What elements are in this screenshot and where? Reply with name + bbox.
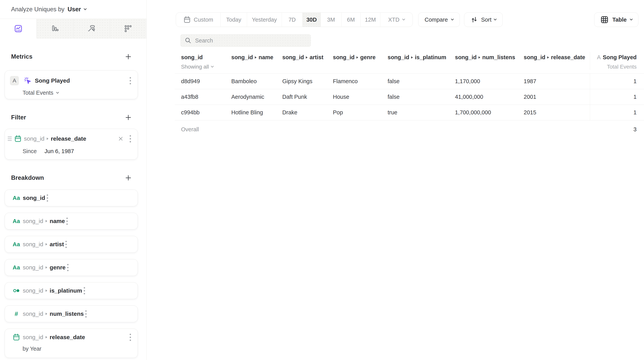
chevron-down-icon (56, 91, 59, 94)
property-arrow-icon (46, 289, 47, 292)
cell-name: Bamboleo (231, 78, 282, 85)
filter-card[interactable]: song_id release_date Since Jun 6, 1987 (5, 129, 138, 160)
breakdown-kebab-menu[interactable] (65, 216, 69, 226)
add-metric-button[interactable] (124, 53, 132, 60)
breakdown-kebab-menu[interactable] (66, 262, 70, 273)
tab-grid-dots[interactable] (110, 19, 146, 38)
column-header-genre[interactable]: song_idgenre (333, 52, 388, 70)
date-range-label: 6M (347, 17, 355, 23)
tab-bar-chart[interactable] (36, 19, 73, 38)
cell-artist: Gipsy Kings (282, 78, 333, 85)
breakdown-property-parent: song_id (23, 218, 43, 224)
column-name: artist (310, 54, 323, 61)
metric-column-badge: A (597, 54, 601, 60)
event-press-icon (24, 77, 32, 85)
property-arrow-icon (411, 56, 413, 59)
view-type-button[interactable]: Table (594, 13, 638, 27)
date-range-xtd[interactable]: XTD (380, 13, 412, 27)
remove-filter-button[interactable] (117, 135, 124, 143)
date-range-custom[interactable]: Custom (176, 13, 220, 27)
column-name: is_platinum (415, 54, 446, 61)
showing-all-dropdown[interactable]: Showing all (181, 64, 231, 70)
breakdown-card-is_platinum[interactable]: song_idis_platinum (5, 282, 138, 299)
breakdown-card-row: Aasong_idgenre (12, 263, 70, 272)
breakdown-kebab-menu[interactable] (82, 286, 87, 296)
column-header-is_platinum[interactable]: song_idis_platinum (388, 52, 455, 70)
sort-label: Sort (481, 17, 491, 23)
sort-arrows-icon (470, 16, 478, 24)
tab-flows[interactable] (74, 19, 110, 38)
column-header-artist[interactable]: song_idartist (282, 52, 333, 70)
breakdown-card-name[interactable]: Aasong_idname (5, 213, 138, 229)
date-range-3m[interactable]: 3M (321, 13, 341, 27)
metric-card[interactable]: A Song Played (5, 70, 138, 99)
tab-insights-chart[interactable] (0, 19, 36, 38)
breakdown-card-row: Aasong_id (12, 193, 50, 202)
breakdown-property-name: name (50, 218, 65, 224)
boolean-property-icon (12, 287, 21, 294)
breakdown-property-parent: song_id (23, 264, 43, 271)
compare-button[interactable]: Compare (418, 13, 460, 27)
filter-operator-dropdown[interactable]: Since (22, 148, 37, 154)
breakdown-card-release_date[interactable]: song_idrelease_dateby Year (5, 329, 138, 358)
property-arrow-icon (547, 56, 549, 59)
insights-chart-icon (14, 24, 22, 33)
text-property-icon: Aa (12, 218, 21, 224)
filter-property-name: release_date (51, 135, 86, 142)
date-range-7d[interactable]: 7D (282, 13, 302, 27)
breakdown-title: Breakdown (11, 174, 44, 181)
column-header-song_id[interactable]: song_idShowing all (175, 52, 231, 70)
metric-column-sub: Total Events (590, 64, 636, 70)
date-range-yesterday[interactable]: Yesterday (247, 13, 282, 27)
column-header-num_listens[interactable]: song_idnum_listens (455, 52, 524, 70)
date-range-12m[interactable]: 12M (360, 13, 380, 27)
breakdown-kebab-menu[interactable] (128, 332, 132, 342)
cell-genre: House (333, 94, 388, 100)
breakdown-kebab-menu[interactable] (64, 239, 68, 249)
breakdown-property-name: artist (50, 241, 64, 248)
column-header-release_date[interactable]: song_idrelease_date (524, 52, 590, 70)
cell-name: Aerodynamic (231, 94, 282, 100)
results-table: song_idShowing allsong_idnamesong_idarti… (175, 52, 644, 140)
breakdown-card-num_listens[interactable]: #song_idnum_listens (5, 305, 138, 322)
add-filter-button[interactable] (124, 114, 132, 121)
chevron-down-icon (630, 18, 633, 21)
date-range-30d[interactable]: 30D (302, 13, 321, 27)
breakdown-kebab-menu[interactable] (45, 193, 50, 203)
analyze-bar: Analyze Uniques by User (0, 0, 146, 19)
table-search (180, 34, 311, 47)
column-header-metric[interactable]: ASong PlayedTotal Events (590, 52, 644, 70)
date-property-icon (12, 333, 21, 341)
add-breakdown-button[interactable] (124, 174, 132, 182)
breakdown-property-name: is_platinum (50, 287, 82, 294)
metric-kebab-menu[interactable] (128, 76, 132, 86)
search-input[interactable] (195, 34, 311, 47)
breakdown-kebab-menu[interactable] (84, 309, 88, 319)
entity-dropdown[interactable]: User (68, 6, 86, 13)
filter-kebab-menu[interactable] (128, 134, 132, 144)
column-parent: song_id (231, 54, 253, 61)
chevron-down-icon (494, 18, 497, 21)
calendar-icon (183, 16, 191, 24)
filter-value[interactable]: Jun 6, 1987 (44, 148, 74, 154)
column-header-name[interactable]: song_idname (231, 52, 282, 70)
sort-button[interactable]: Sort (464, 13, 503, 27)
column-parent: song_id (388, 54, 409, 61)
metric-aggregation-dropdown[interactable]: Total Events (22, 90, 132, 96)
breakdown-card-song_id[interactable]: Aasong_id (5, 190, 138, 206)
analyze-label: Analyze Uniques by (11, 6, 64, 13)
date-range-label: 3M (327, 17, 335, 23)
date-range-today[interactable]: Today (220, 13, 247, 27)
chevron-down-icon (402, 18, 405, 21)
breakdown-property-parent: song_id (23, 241, 43, 248)
column-parent: song_id (282, 54, 304, 61)
text-property-icon: Aa (12, 241, 21, 248)
date-range-6m[interactable]: 6M (341, 13, 360, 27)
breakdown-modifier[interactable]: by Year (22, 345, 132, 352)
breakdown-card-genre[interactable]: Aasong_idgenre (5, 259, 138, 276)
filter-condition-row: Since Jun 6, 1987 (22, 148, 132, 154)
column-name: name (258, 54, 273, 61)
grid-dots-icon (124, 24, 132, 33)
breakdown-card-artist[interactable]: Aasong_idartist (5, 236, 138, 253)
drag-handle-icon[interactable] (7, 135, 12, 142)
